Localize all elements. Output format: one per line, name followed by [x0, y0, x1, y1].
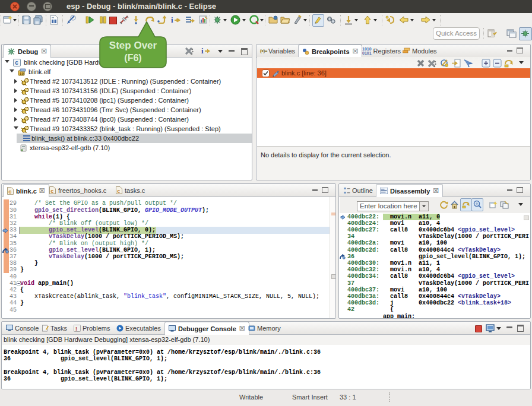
- svg-text:i: i: [201, 46, 204, 55]
- svg-text:c: c: [117, 188, 120, 194]
- svg-text:c: c: [8, 189, 11, 195]
- svg-text:c: c: [15, 59, 18, 66]
- svg-text:10: 10: [20, 72, 24, 76]
- svg-text:!: !: [75, 325, 77, 331]
- svg-text:c: c: [50, 188, 53, 194]
